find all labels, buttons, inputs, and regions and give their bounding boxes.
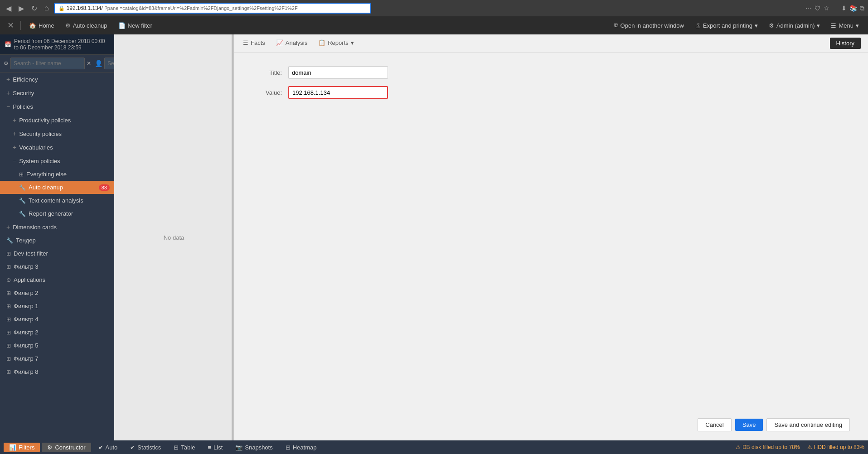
new-filter-label: New filter <box>128 22 152 29</box>
sidebar-item-text-content-analysis[interactable]: 🔧 Text content analysis <box>0 194 114 207</box>
period-header: 📅 Period from 06 December 2018 00:00 to … <box>0 34 114 55</box>
reports-chevron-icon: ▾ <box>351 39 354 46</box>
filter-search-input[interactable] <box>10 58 85 69</box>
tab-analysis[interactable]: 📈 Analysis <box>274 36 309 51</box>
history-button[interactable]: History <box>830 38 861 49</box>
sidebar-item-filtr4[interactable]: ⊞ Фильтр 4 <box>0 313 114 326</box>
bottom-tab-table[interactable]: ⊞ Table <box>168 443 200 452</box>
bottom-tab-statistics[interactable]: ✔ Statistics <box>125 443 166 452</box>
value-label: Value: <box>252 89 288 96</box>
sidebar-item-label: Efficiency <box>13 76 38 83</box>
sidebar-item-security-policies[interactable]: + Security policies <box>0 127 114 140</box>
bottom-tab-snapshots[interactable]: 📷 Snapshots <box>230 443 278 452</box>
sidebar-item-system-policies[interactable]: − System policies <box>0 154 114 168</box>
sidebar-item-policies[interactable]: − Policies <box>0 100 114 113</box>
sidebar-item-filtr2b[interactable]: ⊞ Фильтр 2 <box>0 326 114 339</box>
table-label: Table <box>181 444 195 451</box>
tab-reports[interactable]: 📋 Reports ▾ <box>316 36 356 51</box>
new-filter-button[interactable]: 📄 New filter <box>114 20 157 31</box>
bottom-tab-list[interactable]: ≡ List <box>202 443 228 452</box>
save-button[interactable]: Save <box>735 419 763 431</box>
sidebar-item-efficiency[interactable]: + Efficiency <box>0 72 114 86</box>
stats-icon: ✔ <box>130 444 135 451</box>
devices-icon[interactable]: ⧉ <box>860 5 864 12</box>
account-search-input[interactable] <box>104 58 114 69</box>
bottom-tab-filters[interactable]: 📊 Filters <box>4 443 40 452</box>
resize-handle[interactable] <box>232 34 233 440</box>
refresh-button[interactable]: ↻ <box>29 3 39 14</box>
collapse-icon: − <box>6 103 10 110</box>
bar-chart-icon: 📊 <box>9 444 16 451</box>
home-button[interactable]: ⌂ <box>42 3 51 13</box>
sidebar-item-label: System policies <box>19 158 60 164</box>
chevron-down-icon3: ▾ <box>856 22 859 29</box>
cancel-button[interactable]: Cancel <box>698 418 731 431</box>
sidebar-item-applications[interactable]: ⊙ Applications <box>0 273 114 286</box>
tab-facts[interactable]: ☰ Facts <box>241 36 267 51</box>
home-nav-button[interactable]: 🏠 Home <box>24 20 59 31</box>
menu-button[interactable]: ☰ Menu ▾ <box>826 20 863 31</box>
title-input[interactable] <box>288 66 388 79</box>
sidebar-item-label: Фильтр 2 <box>14 290 39 296</box>
admin-button[interactable]: ⚙ Admin (admin) ▾ <box>764 20 825 31</box>
doc-icon: 📄 <box>118 22 126 29</box>
library-icon[interactable]: 📚 <box>849 5 857 12</box>
sidebar-item-report-generator[interactable]: 🔧 Report generator <box>0 207 114 220</box>
back-button[interactable]: ◀ <box>4 3 14 14</box>
warning-icon2: ⚠ <box>807 444 812 450</box>
sidebar-item-filtr2a[interactable]: ⊞ Фильтр 2 <box>0 286 114 299</box>
sidebar-item-productivity-policies[interactable]: + Productivity policies <box>0 113 114 127</box>
tab-analysis-label: Analysis <box>286 39 307 46</box>
sidebar-item-auto-cleanup[interactable]: 🔧 Auto cleanup 83 <box>0 181 114 194</box>
sidebar-item-everything-else[interactable]: ⊞ Everything else <box>0 168 114 181</box>
sidebar-item-label: Фильтр 1 <box>14 303 39 309</box>
sidebar-item-security[interactable]: + Security <box>0 86 114 100</box>
db-status-text: DB disk filled up to 78% <box>742 444 800 450</box>
bottom-tab-auto[interactable]: ✔ Auto <box>93 443 123 452</box>
sidebar-item-filtr5[interactable]: ⊞ Фильтр 5 <box>0 339 114 352</box>
sidebar-item-filtr8[interactable]: ⊞ Фильтр 8 <box>0 365 114 378</box>
collapse-icon: − <box>13 157 16 164</box>
sidebar-item-tender[interactable]: 🔧 Тендер <box>0 234 114 247</box>
url-bar[interactable]: 🔒 192.168.1.134/ ?panel=catalog&id=83&fr… <box>54 3 371 14</box>
bottom-tab-heatmap[interactable]: ⊞ Heatmap <box>280 443 322 452</box>
camera-icon: 📷 <box>235 444 242 451</box>
sidebar-item-dev-test-filter[interactable]: ⊞ Dev test filter <box>0 247 114 260</box>
hdd-status: ⚠ HDD filled up to 83% <box>807 444 864 450</box>
sidebar-item-filtr1[interactable]: ⊞ Фильтр 1 <box>0 299 114 313</box>
more-icon[interactable]: ⋯ <box>805 5 812 12</box>
url-path: ?panel=catalog&id=83&frameUrl=%2Fadmin%2… <box>105 5 298 11</box>
filter-icon2: ⚙ <box>47 444 53 451</box>
form-area: Title: Value: <box>234 53 868 409</box>
sidebar-item-label: Text content analysis <box>29 197 83 204</box>
star-icon[interactable]: ☆ <box>824 5 829 12</box>
auto-label: Auto <box>106 444 118 451</box>
sidebar-scroll[interactable]: + Efficiency + Security − Policies + Pro… <box>0 72 114 440</box>
bottom-tab-constructor[interactable]: ⚙ Constructor <box>42 443 91 452</box>
grid-icon: ⊞ <box>6 316 11 323</box>
export-printing-button[interactable]: 🖨 Export and printing ▾ <box>690 20 762 31</box>
value-input[interactable] <box>288 86 388 99</box>
shield-icon: 🛡 <box>815 5 821 12</box>
clear-search-icon[interactable]: ✕ <box>87 60 91 67</box>
open-another-window-button[interactable]: ⧉ Open in another window <box>610 20 689 31</box>
sidebar-item-vocabularies[interactable]: + Vocabularies <box>0 140 114 154</box>
sidebar-item-dimension-cards[interactable]: + Dimension cards <box>0 220 114 234</box>
sidebar-item-filtr3[interactable]: ⊞ Фильтр 3 <box>0 260 114 273</box>
sidebar-item-filtr7[interactable]: ⊞ Фильтр 7 <box>0 352 114 365</box>
save-continue-button[interactable]: Save and continue editing <box>766 418 850 431</box>
title-label: Title: <box>252 69 288 76</box>
auto-cleanup-button[interactable]: ⚙ Auto cleanup <box>61 20 112 31</box>
heatmap-label: Heatmap <box>293 444 317 451</box>
close-button[interactable]: ✕ <box>5 19 17 31</box>
title-row: Title: <box>252 66 850 79</box>
expand-icon: + <box>13 116 16 124</box>
chevron-down-icon: ▾ <box>755 22 758 29</box>
table-icon: ⊞ <box>174 444 179 451</box>
filters-label: Filters <box>19 444 34 451</box>
download-icon[interactable]: ⬇ <box>841 5 847 12</box>
content-area: ☰ Facts 📈 Analysis 📋 Reports ▾ History T… <box>234 34 868 440</box>
expand-icon: + <box>6 76 10 83</box>
forward-button[interactable]: ▶ <box>16 3 26 14</box>
wrench-icon: 🔧 <box>19 198 26 204</box>
